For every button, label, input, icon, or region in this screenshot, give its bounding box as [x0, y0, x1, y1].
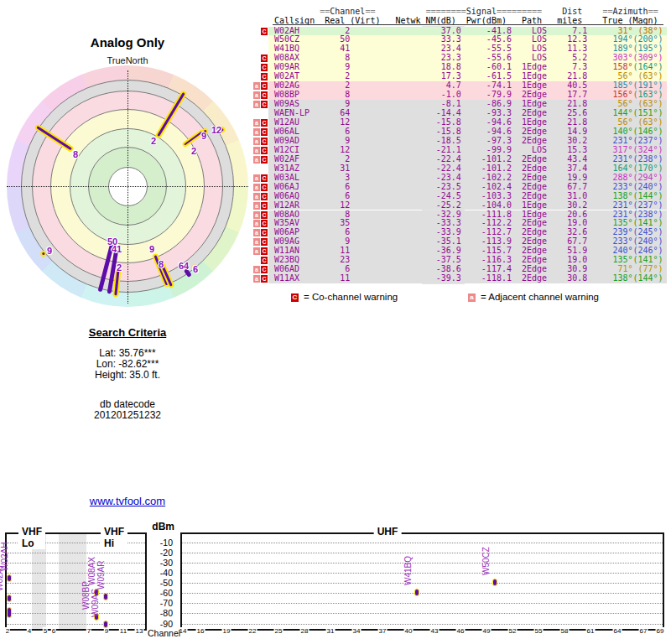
azimuth-magnetic: (141°)	[632, 218, 663, 227]
dbm-gridline	[7, 573, 145, 574]
azimuth-magnetic: (324°)	[632, 145, 663, 154]
spectrum-bar-W09AR	[103, 593, 108, 600]
dbm-gridline	[7, 563, 145, 564]
azimuth-true: 240°	[587, 246, 632, 255]
adjacent-channel-badge: a	[253, 184, 260, 191]
co-channel-badge: C	[261, 64, 268, 71]
co-channel-badge: C	[261, 101, 268, 108]
azimuth-true: 231°	[587, 200, 632, 210]
azimuth-true: 56°	[587, 117, 632, 127]
azimuth-magnetic: (245°)	[632, 227, 663, 236]
azimuth-true: 185°	[587, 80, 632, 90]
channel-axis-label: Channel	[148, 628, 180, 638]
channel-tick-label: 6	[51, 627, 56, 635]
azimuth-magnetic: (63°)	[632, 117, 663, 127]
azimuth-true: 239°	[587, 227, 632, 236]
adjacent-channel-badge: a	[253, 119, 260, 127]
dbm-tick-label: -50	[141, 578, 173, 588]
dbm-gridline	[7, 553, 145, 553]
table-row-W11AX: aCW11AX 11 -39.3 -118.1 2Edge 30.8 138°(…	[0, 274, 671, 283]
azimuth-true: 231°	[587, 210, 632, 219]
co-channel-badge: C	[261, 247, 268, 255]
row-values: W11AX 11 -39.3 -118.1 2Edge 30.8 138°(14…	[274, 274, 663, 283]
dbm-gridline	[7, 624, 145, 625]
spectrum-bar-W50CZ	[492, 579, 497, 586]
azimuth-magnetic: (63°)	[632, 99, 663, 108]
dbm-gridline	[7, 593, 145, 594]
dbm-gridline	[182, 583, 663, 584]
channel-tick-label: 31	[326, 627, 336, 635]
adjacent-channel-badge: a	[253, 91, 260, 99]
dbm-tick-label: -30	[141, 558, 173, 568]
azimuth-magnetic: (238°)	[632, 154, 663, 164]
tvfool-report-page: { "polar": { "title": "Analog Only", "no…	[0, 0, 671, 644]
azimuth-magnetic: (294°)	[632, 173, 663, 182]
co-channel-badge: C	[261, 238, 268, 246]
tvfool-link[interactable]: www.tvfool.com	[34, 495, 221, 507]
uhf-box	[180, 532, 664, 631]
azimuth-true: 135°	[587, 218, 632, 227]
co-channel-badge: C	[261, 266, 268, 273]
spectrum-bar-W41BQ	[414, 589, 419, 596]
height-value: Height: 35.0 ft.	[34, 369, 221, 381]
azimuth-true: 164°	[587, 164, 632, 173]
adjacent-channel-badge: a	[253, 266, 260, 273]
azimuth-true: 135°	[587, 255, 632, 264]
azimuth-true: 140°	[587, 127, 632, 136]
spectrum-label-W41BQ: W41BQ	[404, 556, 413, 585]
azimuth-true: 317°	[587, 145, 632, 154]
channel-tick-label: 46	[456, 627, 466, 635]
azimuth-true: 233°	[587, 236, 632, 246]
channel-tick-label: 28	[300, 627, 309, 635]
channel-tick-label: 67	[639, 627, 648, 635]
adjacent-channel-badge: a	[253, 229, 260, 236]
azimuth-magnetic: (146°)	[632, 127, 663, 136]
spectrum-label-W08BP: W08BP	[82, 581, 91, 610]
dbm-gridline	[7, 613, 145, 614]
co-channel-badge: C	[261, 119, 268, 127]
azimuth-true: 56°	[587, 71, 632, 80]
azimuth-true: 288°	[587, 173, 632, 182]
co-channel-badge: C	[261, 220, 268, 227]
azimuth-true: 158°	[587, 62, 632, 71]
channel-tick-label: 7	[86, 627, 91, 635]
adjacent-channel-badge: a	[253, 247, 260, 255]
azimuth-magnetic: (38°)	[632, 26, 663, 35]
dbm-tick-label: -80	[141, 608, 173, 618]
azimuth-magnetic: (63°)	[632, 71, 663, 80]
channel-tick-label: 58	[560, 627, 570, 635]
spectrum-bar-W02AH	[7, 574, 12, 582]
dbm-gridline	[182, 563, 663, 564]
dbm-gridline	[182, 553, 663, 553]
azimuth-true: 189°	[587, 44, 632, 53]
channel-tick-label: 37	[378, 627, 388, 635]
dbm-tick-label: -70	[141, 598, 173, 608]
db-datecode-value: 201201251232	[34, 409, 221, 421]
latitude-value: Lat: 35.76***	[34, 347, 221, 359]
adjacent-channel-badge: a	[253, 138, 260, 145]
channel-tick-label: 34	[352, 627, 362, 635]
adjacent-channel-badge: a	[253, 193, 260, 200]
dbm-tick-label: -10	[141, 538, 173, 548]
band-label: VHF Hi	[101, 526, 127, 549]
co-channel-badge: C	[261, 174, 268, 182]
co-channel-badge: C	[261, 156, 268, 164]
azimuth-magnetic: (237°)	[632, 136, 663, 145]
azimuth-magnetic: (309°)	[632, 53, 663, 62]
adjacent-channel-badge: a	[253, 82, 260, 90]
co-channel-badge: C	[261, 28, 268, 35]
azimuth-magnetic: (144°)	[632, 273, 663, 283]
azimuth-true: 231°	[587, 136, 632, 145]
channel-tick-label: 49	[482, 627, 492, 635]
channel-tick-label: 11	[119, 627, 127, 635]
azimuth-magnetic: (151°)	[632, 108, 663, 117]
spectrum-label-W09AR: W09AR	[97, 561, 106, 589]
adjacent-channel-badge: a	[253, 101, 260, 108]
co-channel-badge: C	[261, 55, 268, 62]
channel-tick-label: 13	[135, 627, 144, 635]
co-channel-badge: C	[261, 202, 268, 210]
spectrum-label-W50CZ: W50CZ	[482, 547, 491, 575]
spectrum-bar-W09AS	[103, 621, 108, 628]
spectrum-label-W09AS: W09AS	[91, 589, 100, 617]
channel-tick-label: 40	[404, 627, 414, 635]
